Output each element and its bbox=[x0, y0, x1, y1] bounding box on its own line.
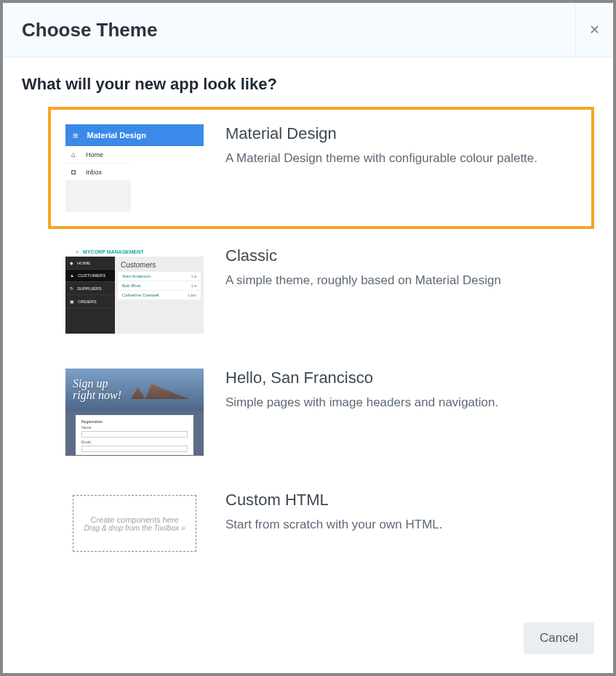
preview-main-title: Customers bbox=[115, 257, 204, 272]
theme-desc: Simple pages with image headers and navi… bbox=[225, 393, 577, 412]
preview-brandbar: ≡ MYCORP MANAGEMENT bbox=[65, 246, 204, 257]
theme-thumbnail: ≡ MYCORP MANAGEMENT ◆HOME ▲CUSTOMERS ↻SU… bbox=[65, 246, 204, 334]
preview-side-label: HOME bbox=[77, 261, 90, 265]
theme-title: Material Design bbox=[225, 124, 577, 143]
preview-body: ◆HOME ▲CUSTOMERS ↻SUPPLIERS ▣ORDERS Cust… bbox=[65, 257, 204, 334]
preview-main: Customers Alan AndersonLa Bob BlustLa Ca… bbox=[115, 257, 204, 334]
theme-desc: Start from scratch with your own HTML. bbox=[225, 515, 577, 534]
preview-side-item: ▣ORDERS bbox=[65, 295, 115, 308]
row-name: Alan Anderson bbox=[122, 274, 151, 278]
row-right: La bbox=[191, 283, 196, 288]
modal-header: Choose Theme ✕ bbox=[3, 3, 613, 57]
preview-field bbox=[81, 446, 188, 452]
preview-brand: MYCORP MANAGEMENT bbox=[83, 249, 143, 254]
theme-text: Material Design A Material Design theme … bbox=[225, 124, 577, 212]
row-name: Bob Blust bbox=[122, 283, 141, 288]
theme-list: ≡ Material Design ⌂ Home ◘ Inbox bbox=[22, 107, 594, 574]
preview-list: Alan AndersonLa Bob BlustLa Catherine Cr… bbox=[118, 272, 201, 300]
row-name: Catherine Creswell bbox=[122, 293, 159, 297]
dot-icon: ◆ bbox=[70, 260, 73, 265]
preview-topbar: ≡ Material Design bbox=[65, 124, 204, 146]
cancel-button[interactable]: Cancel bbox=[524, 622, 594, 654]
theme-card-custom-html[interactable]: Create components here Drag & drop from … bbox=[48, 473, 594, 574]
theme-desc: A simple theme, roughly based on Materia… bbox=[225, 271, 577, 290]
preview-hero: Sign upright now! bbox=[65, 369, 204, 411]
preview-row: Catherine CreswellLast bbox=[118, 291, 201, 300]
choose-theme-modal: Choose Theme ✕ What will your new app lo… bbox=[3, 3, 613, 673]
theme-thumbnail: Sign upright now! Registration Name: Ema… bbox=[65, 369, 204, 456]
theme-desc: A Material Design theme with configurabl… bbox=[225, 149, 577, 168]
preview-sidebar-item: ◘ Inbox bbox=[65, 164, 131, 180]
preview-form-title: Registration bbox=[81, 419, 188, 424]
modal-footer: Cancel bbox=[3, 608, 613, 673]
preview-placeholder-line: Create components here bbox=[90, 515, 178, 524]
preview-row: Alan AndersonLa bbox=[118, 272, 201, 281]
preview-side-item: ↻SUPPLIERS bbox=[65, 282, 115, 295]
preview-item-label: Home bbox=[86, 151, 103, 158]
cart-icon: ▣ bbox=[70, 299, 74, 304]
preview-item-label: Inbox bbox=[86, 169, 102, 176]
theme-text: Classic A simple theme, roughly based on… bbox=[225, 246, 577, 334]
preview-sidebar-item: ⌂ Home bbox=[65, 146, 131, 164]
preview-field bbox=[81, 431, 188, 438]
preview-topbar-title: Material Design bbox=[87, 131, 146, 140]
hamburger-icon: ≡ bbox=[76, 249, 79, 254]
hamburger-icon: ≡ bbox=[73, 131, 79, 140]
preview-field-label: Name: bbox=[81, 425, 188, 430]
theme-title: Custom HTML bbox=[225, 491, 577, 510]
preview-side-label: ORDERS bbox=[78, 299, 97, 304]
refresh-icon: ↻ bbox=[70, 286, 73, 291]
preview-side-item: ▲CUSTOMERS bbox=[65, 270, 115, 282]
theme-text: Hello, San Francisco Simple pages with i… bbox=[225, 369, 577, 456]
preview-side-label: SUPPLIERS bbox=[77, 286, 102, 291]
user-icon: ▲ bbox=[70, 273, 74, 278]
home-icon: ⌂ bbox=[71, 150, 79, 158]
preview-side-item: ◆HOME bbox=[65, 257, 115, 270]
theme-card-classic[interactable]: ≡ MYCORP MANAGEMENT ◆HOME ▲CUSTOMERS ↻SU… bbox=[48, 229, 594, 351]
theme-text: Custom HTML Start from scratch with your… bbox=[225, 491, 577, 556]
row-right: Last bbox=[188, 293, 196, 297]
theme-thumbnail: Create components here Drag & drop from … bbox=[65, 491, 204, 556]
theme-title: Hello, San Francisco bbox=[225, 369, 577, 387]
preview-form: Registration Name: Email: bbox=[76, 415, 193, 455]
modal-subtitle: What will your new app look like? bbox=[22, 75, 594, 94]
modal-title: Choose Theme bbox=[22, 19, 157, 41]
preview-sidebar: ◆HOME ▲CUSTOMERS ↻SUPPLIERS ▣ORDERS bbox=[65, 257, 115, 334]
preview-headline: Sign upright now! bbox=[73, 378, 121, 401]
inbox-icon: ◘ bbox=[71, 168, 79, 176]
theme-title: Classic bbox=[225, 246, 577, 265]
preview-row: Bob BlustLa bbox=[118, 281, 201, 291]
theme-thumbnail: ≡ Material Design ⌂ Home ◘ Inbox bbox=[65, 124, 204, 212]
preview-placeholder-line: Drag & drop from the Toolbox » bbox=[84, 524, 185, 532]
modal-body: What will your new app look like? ≡ Mate… bbox=[3, 57, 613, 608]
preview-side-label: CUSTOMERS bbox=[78, 273, 105, 278]
theme-card-hello-san-francisco[interactable]: Sign upright now! Registration Name: Ema… bbox=[48, 351, 594, 473]
preview-dashed-box: Create components here Drag & drop from … bbox=[73, 495, 196, 552]
close-icon: ✕ bbox=[589, 22, 600, 38]
theme-card-material-design[interactable]: ≡ Material Design ⌂ Home ◘ Inbox bbox=[48, 107, 594, 229]
row-right: La bbox=[191, 274, 196, 278]
preview-field-label: Email: bbox=[81, 440, 188, 444]
close-button[interactable]: ✕ bbox=[575, 3, 613, 57]
preview-sidebar: ⌂ Home ◘ Inbox bbox=[65, 146, 131, 212]
